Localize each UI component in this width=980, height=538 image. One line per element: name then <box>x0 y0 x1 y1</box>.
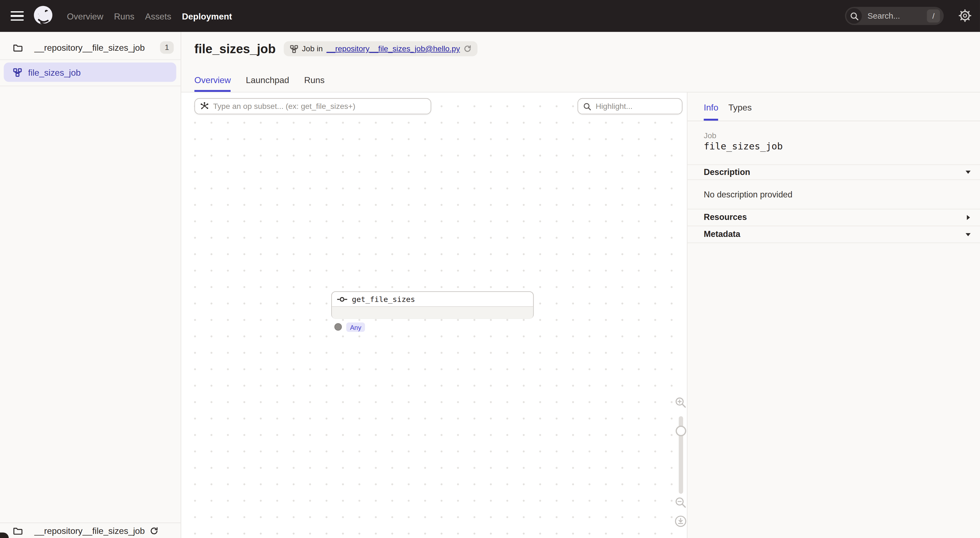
tab-overview[interactable]: Overview <box>194 75 231 92</box>
op-node-get-file-sizes[interactable]: get_file_sizes <box>331 291 534 318</box>
job-sidebar: __repository__file_sizes_job 1 file_size… <box>0 32 181 538</box>
zoom-slider-handle[interactable] <box>676 426 686 436</box>
op-subset-filter[interactable] <box>194 98 431 115</box>
nav-assets[interactable]: Assets <box>145 11 171 21</box>
section-description[interactable]: Description <box>687 164 980 179</box>
footer-repository-name: __repository__file_sizes_job <box>34 526 145 536</box>
divider <box>0 86 181 86</box>
op-icon <box>337 296 348 302</box>
nav-deployment[interactable]: Deployment <box>182 11 232 21</box>
description-empty-text: No description provided <box>703 190 792 199</box>
op-node-header: get_file_sizes <box>332 292 533 307</box>
section-title: Metadata <box>703 229 965 239</box>
reload-icon[interactable] <box>464 45 471 53</box>
folder-icon <box>13 43 22 51</box>
highlight-input[interactable] <box>595 102 687 111</box>
job-tabs: Overview Launchpad Runs <box>194 75 325 92</box>
reload-repository-icon[interactable] <box>150 527 158 535</box>
repository-link[interactable]: __repository__file_sizes_job@hello.py <box>326 45 460 53</box>
dagster-app: Overview Runs Assets Deployment Search..… <box>0 0 980 538</box>
graph-canvas[interactable]: get_file_sizes Any <box>181 92 687 538</box>
zoom-out-icon[interactable] <box>675 497 686 508</box>
chevron-down-icon <box>965 169 971 175</box>
zoom-in-icon[interactable] <box>675 397 686 408</box>
search-input[interactable]: Search... / <box>845 7 944 25</box>
tab-types[interactable]: Types <box>728 92 752 121</box>
job-graph-icon <box>290 45 298 53</box>
section-resources[interactable]: Resources <box>687 209 980 226</box>
section-title: Resources <box>703 213 965 222</box>
nav-overview[interactable]: Overview <box>67 11 103 21</box>
primary-nav: Overview Runs Assets Deployment <box>67 11 232 21</box>
job-name: file_sizes_job <box>703 141 783 152</box>
job-label: Job <box>703 131 716 140</box>
divider <box>687 242 980 243</box>
search-placeholder: Search... <box>867 11 900 21</box>
highlight-filter[interactable] <box>578 98 682 115</box>
nav-runs[interactable]: Runs <box>114 11 135 21</box>
divider <box>687 121 980 121</box>
op-node-name: get_file_sizes <box>352 295 415 304</box>
folder-icon <box>13 527 22 535</box>
output-type-badge[interactable]: Any <box>346 323 365 332</box>
info-panel: Info Types Job file_sizes_job Descriptio… <box>687 92 980 538</box>
op-selector-icon <box>200 102 208 111</box>
tab-info[interactable]: Info <box>703 92 718 121</box>
sidebar-item-label: file_sizes_job <box>28 67 81 77</box>
search-icon <box>846 8 862 24</box>
download-view-icon[interactable] <box>674 515 687 528</box>
chevron-right-icon <box>965 214 971 220</box>
op-node-body <box>332 307 533 318</box>
op-subset-input[interactable] <box>213 102 431 111</box>
job-in-label: Job in <box>302 45 323 53</box>
search-icon <box>583 102 592 110</box>
sidebar-item-file-sizes-job[interactable]: file_sizes_job <box>4 62 176 82</box>
panel-tabs: Info Types <box>703 92 752 121</box>
sidebar-repository-row[interactable]: __repository__file_sizes_job 1 <box>0 36 181 59</box>
menu-icon[interactable] <box>11 11 24 21</box>
job-graph-icon <box>13 68 22 76</box>
gear-icon[interactable] <box>959 10 971 22</box>
divider <box>687 179 980 180</box>
repository-name: __repository__file_sizes_job <box>34 43 145 53</box>
sidebar-footer-repository[interactable]: __repository__file_sizes_job <box>0 522 181 538</box>
tab-runs[interactable]: Runs <box>304 75 325 92</box>
job-header: file_sizes_job Job in __repository__file… <box>181 32 980 92</box>
section-title: Description <box>703 167 965 177</box>
output-port[interactable] <box>334 323 342 330</box>
slash-shortcut-badge: / <box>927 10 940 22</box>
job-context-tag: Job in __repository__file_sizes_job@hell… <box>284 41 477 56</box>
page-title: file_sizes_job <box>194 42 275 56</box>
divider <box>0 59 181 60</box>
dagster-logo[interactable] <box>32 5 55 27</box>
chevron-down-icon <box>965 231 971 237</box>
top-nav: Overview Runs Assets Deployment Search..… <box>0 0 980 32</box>
title-row: file_sizes_job Job in __repository__file… <box>194 41 477 56</box>
section-metadata[interactable]: Metadata <box>687 226 980 243</box>
job-count-badge: 1 <box>160 41 174 54</box>
tab-launchpad[interactable]: Launchpad <box>246 75 289 92</box>
